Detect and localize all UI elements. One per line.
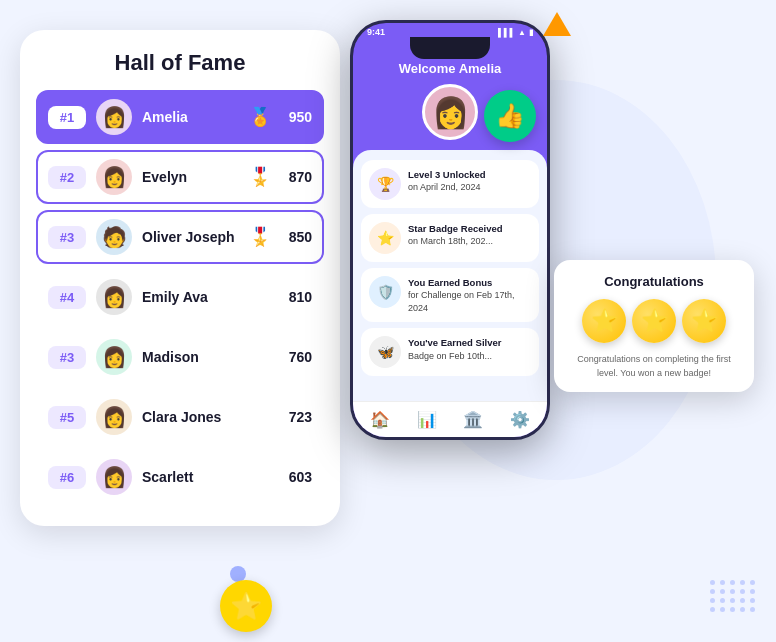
leaderboard-row[interactable]: #3 👩 Madison 760	[36, 330, 324, 384]
medal-icon: 🎖️	[249, 166, 271, 188]
leaderboard-row[interactable]: #2 👩 Evelyn 🎖️ 870	[36, 150, 324, 204]
signal-icon: ▌▌▌	[498, 28, 515, 37]
wifi-icon: ▲	[518, 28, 526, 37]
battery-icon: ▮	[529, 28, 533, 37]
congrats-title: Congratulations	[568, 274, 740, 289]
avatar: 🧑	[96, 219, 132, 255]
profile-avatar[interactable]: 👩	[422, 84, 478, 140]
hall-of-fame-card: Hall of Fame #1 👩 Amelia 🏅 950 #2 👩 Evel…	[20, 30, 340, 526]
rank-badge: #6	[48, 466, 86, 489]
player-score: 603	[277, 469, 312, 485]
rank-badge: #3	[48, 226, 86, 249]
player-name: Emily Ava	[142, 289, 277, 305]
hall-of-fame-title: Hall of Fame	[36, 50, 324, 76]
feed-item[interactable]: ⭐ Star Badge Received on March 18th, 202…	[361, 214, 539, 262]
phone-notch	[410, 37, 490, 59]
star-coin-1: ⭐	[582, 299, 626, 343]
phone-status-bar: 9:41 ▌▌▌ ▲ ▮	[353, 23, 547, 37]
feed-item[interactable]: 🦋 You've Earned Silver Badge on Feb 10th…	[361, 328, 539, 376]
avatar: 👩	[96, 399, 132, 435]
feed-item[interactable]: 🛡️ You Earned Bonus for Challenge on Feb…	[361, 268, 539, 322]
feed-icon: 🦋	[369, 336, 401, 368]
rank-badge: #3	[48, 346, 86, 369]
medal-icon: 🎖️	[249, 226, 271, 248]
avatar: 👩	[96, 459, 132, 495]
feed-text: You Earned Bonus for Challenge on Feb 17…	[408, 276, 531, 314]
leaderboard-row[interactable]: #4 👩 Emily Ava 810	[36, 270, 324, 324]
rank-badge: #1	[48, 106, 86, 129]
player-score: 850	[277, 229, 312, 245]
player-name: Clara Jones	[142, 409, 277, 425]
thumbs-up-badge: 👍	[484, 90, 536, 142]
nav-settings-icon[interactable]: ⚙️	[510, 410, 530, 429]
dot-grid-decoration	[710, 580, 756, 612]
star-coin-2: ⭐	[632, 299, 676, 343]
player-name: Evelyn	[142, 169, 249, 185]
welcome-text: Welcome Amelia	[399, 61, 502, 76]
feed-text: Star Badge Received on March 18th, 202..…	[408, 222, 503, 248]
player-score: 760	[277, 349, 312, 365]
congrats-popup: Congratulations ⭐ ⭐ ⭐ Congratulations on…	[554, 260, 754, 392]
feed-icon: 🏆	[369, 168, 401, 200]
avatar: 👩	[96, 159, 132, 195]
medal-icon: 🏅	[249, 106, 271, 128]
phone-nav: 🏠 📊 🏛️ ⚙️	[353, 401, 547, 437]
leaderboard-row[interactable]: #3 🧑 Oliver Joseph 🎖️ 850	[36, 210, 324, 264]
phone-mockup: 9:41 ▌▌▌ ▲ ▮ Welcome Amelia 👩 🏆 Level 3 …	[350, 20, 550, 440]
avatar: 👩	[96, 339, 132, 375]
phone-screen: 9:41 ▌▌▌ ▲ ▮ Welcome Amelia 👩 🏆 Level 3 …	[353, 23, 547, 437]
nav-home-icon[interactable]: 🏠	[370, 410, 390, 429]
player-score: 723	[277, 409, 312, 425]
star-badge: ⭐	[220, 580, 272, 632]
player-score: 810	[277, 289, 312, 305]
stars-row: ⭐ ⭐ ⭐	[568, 299, 740, 343]
feed-item[interactable]: 🏆 Level 3 Unlocked on April 2nd, 2024	[361, 160, 539, 208]
player-score: 870	[277, 169, 312, 185]
nav-achievements-icon[interactable]: 🏛️	[463, 410, 483, 429]
avatar: 👩	[96, 279, 132, 315]
leaderboard-row[interactable]: #5 👩 Clara Jones 723	[36, 390, 324, 444]
feed-text: Level 3 Unlocked on April 2nd, 2024	[408, 168, 486, 194]
star-coin-3: ⭐	[682, 299, 726, 343]
feed-text: You've Earned Silver Badge on Feb 10th..…	[408, 336, 501, 362]
player-name: Scarlett	[142, 469, 277, 485]
player-name: Oliver Joseph	[142, 229, 249, 245]
leaderboard-row[interactable]: #1 👩 Amelia 🏅 950	[36, 90, 324, 144]
triangle-decoration	[543, 12, 571, 36]
player-score: 950	[277, 109, 312, 125]
feed-icon: ⭐	[369, 222, 401, 254]
rank-badge: #2	[48, 166, 86, 189]
nav-leaderboard-icon[interactable]: 📊	[417, 410, 437, 429]
phone-time: 9:41	[367, 27, 385, 37]
player-name: Madison	[142, 349, 277, 365]
rank-badge: #4	[48, 286, 86, 309]
status-icons: ▌▌▌ ▲ ▮	[498, 28, 533, 37]
avatar: 👩	[96, 99, 132, 135]
player-name: Amelia	[142, 109, 249, 125]
leaderboard-row[interactable]: #6 👩 Scarlett 603	[36, 450, 324, 504]
rank-badge: #5	[48, 406, 86, 429]
phone-feed: 🏆 Level 3 Unlocked on April 2nd, 2024 ⭐ …	[353, 150, 547, 401]
feed-icon: 🛡️	[369, 276, 401, 308]
congrats-text: Congratulations on completing the first …	[568, 353, 740, 380]
